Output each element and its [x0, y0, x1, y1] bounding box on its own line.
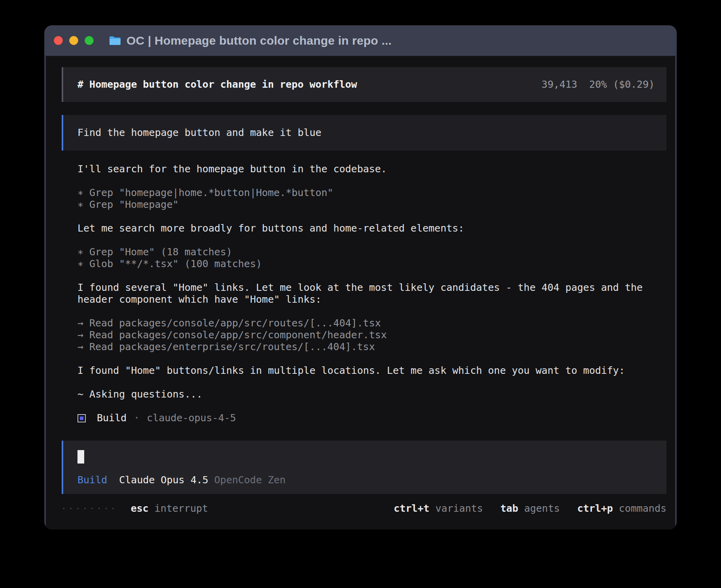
- assistant-paragraph: I found several "Home" links. Let me loo…: [77, 282, 653, 305]
- hint-label: commands: [619, 503, 666, 514]
- zoom-button[interactable]: [85, 36, 94, 45]
- hint-label: interrupt: [155, 503, 208, 514]
- tool-call-read: → Read packages/console/app/src/routes/[…: [77, 317, 653, 329]
- tool-call-grep: ∗ Grep "Homepage": [77, 199, 653, 211]
- hint-agents: tab agents: [500, 503, 560, 514]
- token-count: 39,413: [542, 79, 577, 90]
- title-wrap: OC | Homepage button color change in rep…: [109, 34, 392, 47]
- input-agent-mode[interactable]: Build: [77, 474, 107, 486]
- hint-key: esc: [131, 503, 149, 514]
- hint-key: tab: [500, 503, 518, 514]
- context-usage: 20% ($0.29): [589, 79, 655, 90]
- assistant-paragraph: I'll search for the homepage button in t…: [77, 163, 653, 175]
- window-title: OC | Homepage button color change in rep…: [126, 34, 392, 47]
- tool-call-text: Glob "**/*.tsx" (100 matches): [89, 258, 262, 270]
- input-provider-name: OpenCode Zen: [214, 474, 286, 486]
- input-status-line: Build Claude Opus 4.5 OpenCode Zen: [77, 474, 655, 486]
- tool-call-grep: ∗ Grep "homepage|home.*button|Home.*butt…: [77, 187, 653, 199]
- hint-label: agents: [524, 503, 560, 514]
- hint-variants: ctrl+t variants: [394, 503, 483, 514]
- assistant-paragraph: I found "Home" buttons/links in multiple…: [77, 365, 653, 377]
- tool-bullet-icon: ∗: [77, 199, 83, 211]
- tool-bullet-icon: ∗: [77, 187, 83, 199]
- close-button[interactable]: [54, 36, 63, 45]
- user-message-text: Find the homepage button and make it blu…: [77, 127, 321, 139]
- tool-call-text: Grep "Homepage": [89, 199, 179, 211]
- read-arrow-icon: →: [77, 329, 83, 341]
- spinner-dots-icon: ········: [62, 503, 118, 514]
- agent-name: Build: [97, 412, 126, 424]
- prompt-input[interactable]: Build Claude Opus 4.5 OpenCode Zen: [62, 441, 666, 494]
- tool-call-read: → Read packages/enterprise/src/routes/[.…: [77, 341, 653, 353]
- tool-call-glob: ∗ Glob "**/*.tsx" (100 matches): [77, 258, 653, 270]
- tool-call-text: Read packages/console/app/src/component/…: [89, 329, 387, 341]
- agent-badge: Build · claude-opus-4-5: [77, 412, 653, 424]
- hint-key: ctrl+p: [577, 503, 613, 514]
- tool-call-text: Grep "homepage|home.*button|Home.*button…: [89, 187, 333, 199]
- tool-call-grep: ∗ Grep "Home" (18 matches): [77, 246, 653, 258]
- session-header: # Homepage button color change in repo w…: [62, 67, 666, 102]
- tool-call-group: ∗ Grep "homepage|home.*button|Home.*butt…: [77, 187, 653, 211]
- status-bar: ········ esc interrupt ctrl+t variants t…: [62, 503, 666, 514]
- folder-icon: [109, 36, 121, 46]
- hint-label: variants: [435, 503, 483, 514]
- titlebar[interactable]: OC | Homepage button color change in rep…: [44, 25, 677, 56]
- tool-bullet-icon: ∗: [77, 258, 83, 270]
- assistant-paragraph: Let me search more broadly for buttons a…: [77, 222, 653, 234]
- terminal-view: # Homepage button color change in repo w…: [46, 56, 675, 530]
- app-window: OC | Homepage button color change in rep…: [44, 25, 677, 530]
- hint-interrupt: esc interrupt: [131, 503, 208, 514]
- agent-model: claude-opus-4-5: [147, 412, 236, 424]
- session-stats: 39,413 20% ($0.29): [542, 79, 655, 90]
- working-status: ~ Asking questions...: [77, 388, 653, 400]
- user-message: Find the homepage button and make it blu…: [62, 115, 666, 151]
- minimize-button[interactable]: [69, 36, 78, 45]
- tool-call-text: Grep "Home" (18 matches): [89, 246, 232, 258]
- hint-key: ctrl+t: [394, 503, 429, 514]
- tool-call-group: ∗ Grep "Home" (18 matches) ∗ Glob "**/*.…: [77, 246, 653, 270]
- text-cursor: [77, 450, 84, 464]
- tool-bullet-icon: ∗: [77, 246, 83, 258]
- tool-call-text: Read packages/console/app/src/routes/[..…: [89, 317, 381, 329]
- session-title: # Homepage button color change in repo w…: [77, 79, 357, 90]
- shortcut-hints: ctrl+t variants tab agents ctrl+p comman…: [394, 503, 666, 514]
- traffic-lights: [54, 36, 94, 45]
- tool-call-read: → Read packages/console/app/src/componen…: [77, 329, 653, 341]
- agent-square-icon: [77, 414, 86, 422]
- read-arrow-icon: →: [77, 317, 83, 329]
- input-model-name[interactable]: Claude Opus 4.5: [119, 474, 208, 486]
- assistant-response: I'll search for the homepage button in t…: [62, 151, 653, 424]
- tool-call-group: → Read packages/console/app/src/routes/[…: [77, 317, 653, 353]
- read-arrow-icon: →: [77, 341, 83, 353]
- separator-dot: ·: [134, 412, 140, 424]
- tool-call-text: Read packages/enterprise/src/routes/[...…: [89, 341, 375, 353]
- hint-commands: ctrl+p commands: [577, 503, 666, 514]
